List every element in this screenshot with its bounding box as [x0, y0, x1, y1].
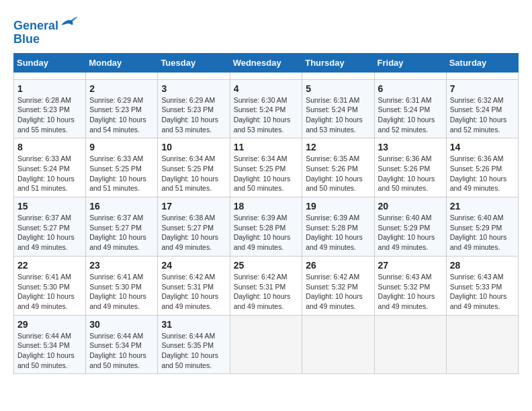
- calendar-cell: 8Sunrise: 6:33 AMSunset: 5:24 PMDaylight…: [14, 138, 86, 197]
- header-tuesday: Tuesday: [158, 53, 230, 72]
- day-info: Sunrise: 6:42 AMSunset: 5:31 PMDaylight:…: [161, 272, 226, 312]
- calendar-cell: 6Sunrise: 6:31 AMSunset: 5:24 PMDaylight…: [374, 79, 446, 138]
- calendar-cell: 30Sunrise: 6:44 AMSunset: 5:34 PMDayligh…: [86, 315, 158, 374]
- day-number: 7: [450, 83, 515, 94]
- day-info: Sunrise: 6:33 AMSunset: 5:24 PMDaylight:…: [17, 154, 82, 193]
- calendar-cell: 3Sunrise: 6:29 AMSunset: 5:23 PMDaylight…: [158, 79, 230, 138]
- day-info: Sunrise: 6:42 AMSunset: 5:32 PMDaylight:…: [306, 272, 370, 312]
- calendar-cell: 27Sunrise: 6:43 AMSunset: 5:32 PMDayligh…: [374, 256, 446, 315]
- day-number: 12: [306, 142, 370, 152]
- day-info: Sunrise: 6:41 AMSunset: 5:30 PMDaylight:…: [17, 272, 82, 312]
- day-info: Sunrise: 6:34 AMSunset: 5:25 PMDaylight:…: [161, 154, 226, 193]
- calendar-cell: 23Sunrise: 6:41 AMSunset: 5:30 PMDayligh…: [86, 256, 158, 315]
- calendar-cell: 24Sunrise: 6:42 AMSunset: 5:31 PMDayligh…: [158, 256, 230, 315]
- calendar-cell: 9Sunrise: 6:33 AMSunset: 5:25 PMDaylight…: [86, 138, 158, 197]
- calendar-cell: 4Sunrise: 6:30 AMSunset: 5:24 PMDaylight…: [230, 79, 302, 138]
- calendar-cell: 15Sunrise: 6:37 AMSunset: 5:27 PMDayligh…: [14, 197, 86, 257]
- day-number: 4: [234, 83, 299, 94]
- calendar-cell: 20Sunrise: 6:40 AMSunset: 5:29 PMDayligh…: [374, 197, 446, 257]
- calendar-cell: 10Sunrise: 6:34 AMSunset: 5:25 PMDayligh…: [158, 138, 230, 197]
- calendar-cell: 13Sunrise: 6:36 AMSunset: 5:26 PMDayligh…: [374, 138, 446, 197]
- day-number: 25: [234, 260, 299, 271]
- calendar-row-5: 29Sunrise: 6:44 AMSunset: 5:34 PMDayligh…: [14, 315, 519, 374]
- page-header: General Blue: [13, 13, 519, 46]
- calendar-row-0: [14, 72, 519, 79]
- day-info: Sunrise: 6:31 AMSunset: 5:24 PMDaylight:…: [306, 95, 370, 135]
- header-friday: Friday: [374, 53, 446, 72]
- header-saturday: Saturday: [446, 53, 518, 72]
- day-info: Sunrise: 6:44 AMSunset: 5:35 PMDaylight:…: [161, 331, 226, 371]
- calendar-cell: 11Sunrise: 6:34 AMSunset: 5:25 PMDayligh…: [230, 138, 302, 197]
- calendar-table: SundayMondayTuesdayWednesdayThursdayFrid…: [13, 53, 519, 375]
- calendar-row-4: 22Sunrise: 6:41 AMSunset: 5:30 PMDayligh…: [14, 256, 519, 315]
- day-number: 11: [234, 142, 299, 152]
- day-info: Sunrise: 6:44 AMSunset: 5:34 PMDaylight:…: [17, 331, 82, 371]
- calendar-cell: [374, 72, 446, 79]
- calendar-cell: [14, 72, 86, 79]
- day-number: 28: [450, 260, 515, 271]
- day-info: Sunrise: 6:40 AMSunset: 5:29 PMDaylight:…: [378, 213, 443, 253]
- day-info: Sunrise: 6:43 AMSunset: 5:33 PMDaylight:…: [450, 272, 515, 312]
- day-number: 27: [378, 260, 443, 271]
- calendar-cell: [230, 72, 302, 79]
- day-info: Sunrise: 6:35 AMSunset: 5:26 PMDaylight:…: [306, 154, 370, 193]
- day-number: 15: [17, 201, 82, 212]
- day-info: Sunrise: 6:32 AMSunset: 5:24 PMDaylight:…: [450, 95, 515, 135]
- calendar-cell: [302, 72, 374, 79]
- day-info: Sunrise: 6:36 AMSunset: 5:26 PMDaylight:…: [450, 154, 515, 193]
- calendar-cell: [302, 315, 374, 374]
- day-info: Sunrise: 6:41 AMSunset: 5:30 PMDaylight:…: [89, 272, 154, 312]
- day-number: 21: [450, 201, 515, 212]
- calendar-cell: 31Sunrise: 6:44 AMSunset: 5:35 PMDayligh…: [158, 315, 230, 374]
- calendar-row-1: 1Sunrise: 6:28 AMSunset: 5:23 PMDaylight…: [14, 79, 519, 138]
- calendar-cell: [86, 72, 158, 79]
- day-info: Sunrise: 6:37 AMSunset: 5:27 PMDaylight:…: [89, 213, 154, 253]
- day-number: 23: [89, 260, 154, 271]
- calendar-cell: 5Sunrise: 6:31 AMSunset: 5:24 PMDaylight…: [302, 79, 374, 138]
- day-info: Sunrise: 6:40 AMSunset: 5:29 PMDaylight:…: [450, 213, 515, 253]
- day-number: 18: [234, 201, 299, 212]
- calendar-cell: 22Sunrise: 6:41 AMSunset: 5:30 PMDayligh…: [14, 256, 86, 315]
- calendar-cell: 2Sunrise: 6:29 AMSunset: 5:23 PMDaylight…: [86, 79, 158, 138]
- header-wednesday: Wednesday: [230, 53, 302, 72]
- calendar-cell: 25Sunrise: 6:42 AMSunset: 5:31 PMDayligh…: [230, 256, 302, 315]
- day-number: 10: [161, 142, 226, 152]
- day-info: Sunrise: 6:29 AMSunset: 5:23 PMDaylight:…: [89, 95, 154, 135]
- day-number: 2: [89, 83, 154, 94]
- day-number: 9: [89, 142, 154, 152]
- calendar-cell: 16Sunrise: 6:37 AMSunset: 5:27 PMDayligh…: [86, 197, 158, 257]
- logo-text: General Blue: [13, 13, 79, 46]
- day-info: Sunrise: 6:37 AMSunset: 5:27 PMDaylight:…: [17, 213, 82, 253]
- calendar-cell: 19Sunrise: 6:39 AMSunset: 5:28 PMDayligh…: [302, 197, 374, 257]
- calendar-cell: 17Sunrise: 6:38 AMSunset: 5:27 PMDayligh…: [158, 197, 230, 257]
- day-info: Sunrise: 6:28 AMSunset: 5:23 PMDaylight:…: [17, 95, 82, 135]
- day-info: Sunrise: 6:33 AMSunset: 5:25 PMDaylight:…: [89, 154, 154, 193]
- day-number: 19: [306, 201, 370, 212]
- calendar-cell: 7Sunrise: 6:32 AMSunset: 5:24 PMDaylight…: [446, 79, 518, 138]
- day-number: 30: [89, 319, 154, 330]
- day-info: Sunrise: 6:31 AMSunset: 5:24 PMDaylight:…: [378, 95, 443, 135]
- calendar-cell: [446, 72, 518, 79]
- day-number: 8: [17, 142, 82, 152]
- day-number: 29: [17, 319, 82, 330]
- day-number: 13: [378, 142, 443, 152]
- calendar-cell: 29Sunrise: 6:44 AMSunset: 5:34 PMDayligh…: [14, 315, 86, 374]
- day-info: Sunrise: 6:39 AMSunset: 5:28 PMDaylight:…: [306, 213, 370, 253]
- calendar-cell: 18Sunrise: 6:39 AMSunset: 5:28 PMDayligh…: [230, 197, 302, 257]
- calendar-row-3: 15Sunrise: 6:37 AMSunset: 5:27 PMDayligh…: [14, 197, 519, 257]
- calendar-row-2: 8Sunrise: 6:33 AMSunset: 5:24 PMDaylight…: [14, 138, 519, 197]
- day-info: Sunrise: 6:36 AMSunset: 5:26 PMDaylight:…: [378, 154, 443, 193]
- day-number: 14: [450, 142, 515, 152]
- header-sunday: Sunday: [14, 53, 86, 72]
- day-info: Sunrise: 6:34 AMSunset: 5:25 PMDaylight:…: [234, 154, 299, 193]
- calendar-cell: [374, 315, 446, 374]
- day-number: 5: [306, 83, 370, 94]
- calendar-cell: [446, 315, 518, 374]
- day-number: 31: [161, 319, 226, 330]
- day-number: 3: [161, 83, 226, 94]
- day-number: 6: [378, 83, 443, 94]
- calendar-cell: 12Sunrise: 6:35 AMSunset: 5:26 PMDayligh…: [302, 138, 374, 197]
- day-info: Sunrise: 6:29 AMSunset: 5:23 PMDaylight:…: [161, 95, 226, 135]
- day-info: Sunrise: 6:42 AMSunset: 5:31 PMDaylight:…: [234, 272, 299, 312]
- day-info: Sunrise: 6:39 AMSunset: 5:28 PMDaylight:…: [234, 213, 299, 253]
